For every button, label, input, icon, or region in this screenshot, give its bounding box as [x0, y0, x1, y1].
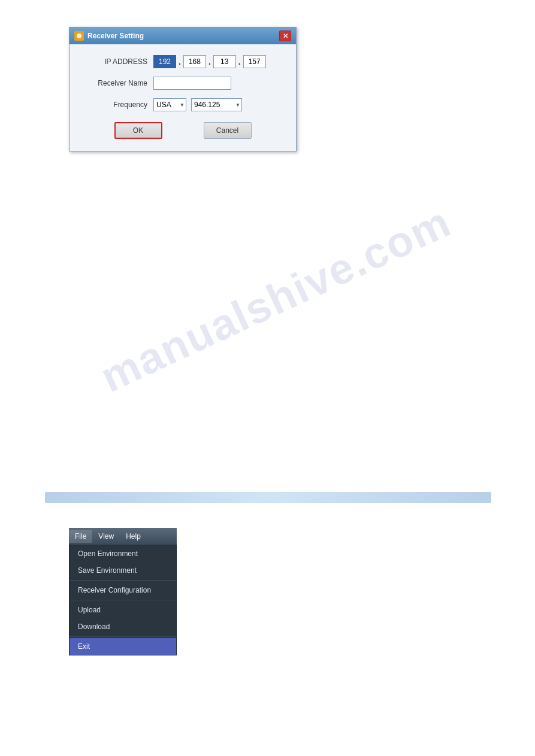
dialog-window: Receiver Setting ✕ IP ADDRESS . . .: [69, 27, 297, 151]
dialog-title-left: Receiver Setting: [74, 31, 144, 41]
menu-save-environment[interactable]: Save Environment: [69, 562, 176, 579]
frequency-label: Frequency: [81, 101, 147, 109]
dialog-app-icon: [74, 31, 84, 41]
ip-octet-1[interactable]: [153, 55, 176, 68]
ok-button[interactable]: OK: [114, 122, 162, 139]
ip-octet-4[interactable]: [243, 55, 266, 68]
receiver-name-row: Receiver Name: [81, 77, 284, 90]
receiver-name-input[interactable]: [153, 77, 231, 90]
ip-octet-2[interactable]: [183, 55, 206, 68]
menu-separator-3: [69, 636, 176, 637]
file-menu-container: File View Help Open Environment Save Env…: [69, 528, 177, 655]
ip-address-row: IP ADDRESS . . .: [81, 55, 284, 68]
watermark: manualshive.com: [62, 115, 489, 484]
menu-separator-2: [69, 600, 176, 600]
menu-exit[interactable]: Exit: [69, 638, 176, 655]
menu-bar-help[interactable]: Help: [120, 530, 147, 543]
menu-bar: File View Help: [69, 528, 177, 545]
watermark-text: manualshive.com: [93, 197, 458, 402]
ip-address-label: IP ADDRESS: [81, 57, 147, 66]
region-select[interactable]: USA: [153, 98, 186, 111]
menu-download[interactable]: Download: [69, 618, 176, 635]
frequency-select-wrapper: 946.125: [191, 98, 242, 111]
menu-bar-file[interactable]: File: [69, 530, 92, 543]
menu-receiver-configuration[interactable]: Receiver Configuration: [69, 582, 176, 599]
frequency-row: Frequency USA 946.125: [81, 98, 284, 111]
menu-bar-view[interactable]: View: [92, 530, 120, 543]
ip-octet-3[interactable]: [213, 55, 236, 68]
receiver-setting-dialog: Receiver Setting ✕ IP ADDRESS . . .: [69, 27, 297, 151]
frequency-select[interactable]: 946.125: [191, 98, 242, 111]
menu-open-environment[interactable]: Open Environment: [69, 545, 176, 562]
menu-upload[interactable]: Upload: [69, 602, 176, 618]
separator-bar: [45, 492, 491, 503]
ip-dot-1: .: [179, 57, 181, 66]
dialog-titlebar: Receiver Setting ✕: [69, 28, 296, 44]
cancel-button[interactable]: Cancel: [204, 122, 252, 139]
dialog-body: IP ADDRESS . . . Receiver Name Frequenc: [69, 44, 296, 151]
frequency-group: USA 946.125: [153, 98, 242, 111]
ip-dot-2: .: [208, 57, 211, 66]
region-select-wrapper: USA: [153, 98, 186, 111]
dialog-close-button[interactable]: ✕: [279, 31, 291, 41]
svg-point-0: [77, 34, 81, 38]
receiver-name-label: Receiver Name: [81, 79, 147, 87]
menu-separator-1: [69, 580, 176, 581]
ip-dot-3: .: [238, 57, 241, 66]
dialog-buttons: OK Cancel: [81, 122, 284, 139]
ip-address-group: . . .: [153, 55, 266, 68]
dialog-title: Receiver Setting: [87, 32, 144, 40]
file-menu-dropdown: Open Environment Save Environment Receiv…: [69, 545, 177, 655]
